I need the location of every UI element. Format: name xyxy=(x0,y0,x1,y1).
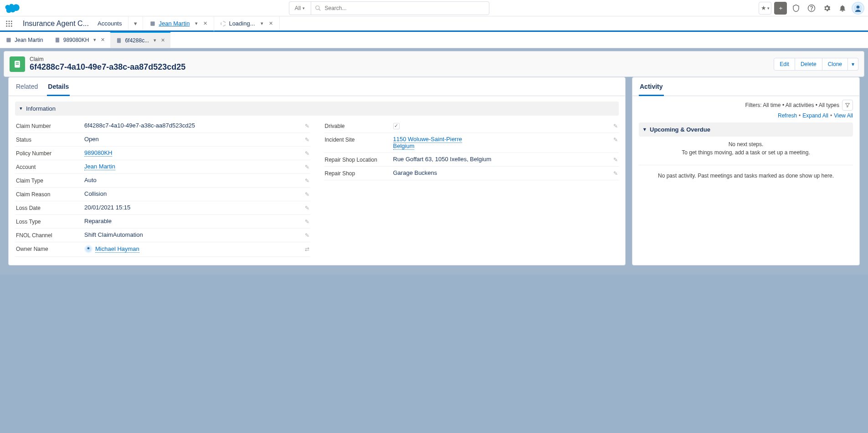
search-scope[interactable]: All ▾ xyxy=(289,2,311,15)
field-owner-name: Owner Name Michael Hayman ⇄ xyxy=(15,242,310,257)
upcoming-overdue-section: ▸ Upcoming & Overdue No next steps. To g… xyxy=(639,122,853,160)
edit-field-icon[interactable] xyxy=(305,164,309,170)
chevron-down-icon[interactable]: ▾ xyxy=(154,37,156,43)
subtab-claim[interactable]: 6f4288c... ▾ ✕ xyxy=(110,32,170,48)
account-link[interactable]: Jean Martin xyxy=(84,163,115,170)
owner-link[interactable]: Michael Hayman xyxy=(95,245,139,253)
svg-point-0 xyxy=(315,5,319,9)
svg-rect-21 xyxy=(16,64,19,65)
policy-number-link[interactable]: 989080KH xyxy=(84,149,112,157)
user-avatar-icon xyxy=(84,245,92,253)
edit-field-icon[interactable] xyxy=(613,170,618,177)
more-actions-button[interactable]: ▾ xyxy=(848,58,858,71)
close-icon[interactable]: ✕ xyxy=(269,20,273,26)
chevron-down-icon[interactable]: ▾ xyxy=(261,20,263,26)
filter-icon[interactable] xyxy=(842,100,853,111)
subtab-policy[interactable]: 989080KH ▾ ✕ xyxy=(49,32,111,48)
field-policy-number: Policy Number 989080KH xyxy=(15,147,310,160)
svg-rect-15 xyxy=(151,21,155,25)
svg-point-13 xyxy=(9,25,10,26)
view-all-link[interactable]: View All xyxy=(834,112,853,119)
edit-field-icon[interactable] xyxy=(305,232,309,239)
edit-field-icon[interactable] xyxy=(305,150,309,157)
svg-point-23 xyxy=(87,247,90,250)
nav-bar: Insurance Agent C... Accounts ▾ Jean Mar… xyxy=(0,16,868,32)
svg-point-3 xyxy=(812,10,812,10)
svg-point-9 xyxy=(6,23,7,24)
edit-button[interactable]: Edit xyxy=(774,58,795,71)
field-incident-site: Incident Site 1150 Woluwe-Saint-Pierre B… xyxy=(324,133,619,153)
edit-field-icon[interactable] xyxy=(305,191,309,198)
nav-tab-loading-label: Loading... xyxy=(229,20,255,27)
record-header: Claim 6f4288c7-4a10-49e7-a38c-aa87d523cd… xyxy=(4,51,864,77)
object-icon xyxy=(10,56,25,72)
edit-field-icon[interactable] xyxy=(613,137,618,143)
svg-point-5 xyxy=(857,5,860,9)
help-icon[interactable] xyxy=(805,2,818,15)
salesforce-logo-icon xyxy=(4,2,22,14)
change-owner-icon[interactable]: ⇄ xyxy=(305,246,309,252)
svg-point-8 xyxy=(11,20,12,22)
activity-tabs: Activity xyxy=(632,77,859,96)
detail-tabs: Related Details xyxy=(9,77,625,96)
upcoming-header[interactable]: ▸ Upcoming & Overdue xyxy=(639,122,853,137)
nav-tab-accounts-menu[interactable]: ▾ xyxy=(128,16,143,31)
guidance-center-icon[interactable] xyxy=(790,2,802,15)
edit-field-icon[interactable] xyxy=(305,219,309,225)
user-avatar[interactable] xyxy=(852,2,864,15)
chevron-down-icon[interactable]: ▾ xyxy=(93,37,96,43)
close-icon[interactable]: ✕ xyxy=(101,37,105,43)
nav-tab-loading[interactable]: Loading... ▾ ✕ xyxy=(214,16,279,31)
incident-site-line2-link[interactable]: Belgium xyxy=(393,143,415,150)
svg-rect-20 xyxy=(16,62,19,63)
edit-field-icon[interactable] xyxy=(613,123,618,129)
edit-field-icon[interactable] xyxy=(305,205,309,211)
record-area: Claim 6f4288c7-4a10-49e7-a38c-aa87d523cd… xyxy=(0,48,868,275)
section-information-header[interactable]: ▸ Information xyxy=(15,102,619,116)
notifications-bell-icon[interactable] xyxy=(836,2,849,15)
details-card: Related Details ▸ Information Claim Numb… xyxy=(8,77,626,265)
account-icon xyxy=(149,20,156,27)
incident-site-line1-link[interactable]: 1150 Woluwe-Saint-Pierre xyxy=(393,136,462,143)
svg-rect-17 xyxy=(56,37,59,42)
chevron-down-icon[interactable]: ▾ xyxy=(195,20,198,26)
activity-card: Activity Filters: All time • All activit… xyxy=(632,77,860,265)
object-label: Claim xyxy=(30,56,185,62)
section-information-title: Information xyxy=(26,105,56,112)
favorites-button[interactable]: ★▾ xyxy=(759,2,771,15)
nav-tab-accounts[interactable]: Accounts xyxy=(91,16,128,31)
chevron-down-icon: ▸ xyxy=(18,107,24,110)
subtab-jean-martin[interactable]: Jean Martin xyxy=(0,32,49,48)
tab-activity[interactable]: Activity xyxy=(639,77,664,96)
tab-details[interactable]: Details xyxy=(47,77,70,96)
setup-gear-icon[interactable] xyxy=(821,2,833,15)
nav-tab-accounts-label: Accounts xyxy=(98,20,122,27)
record-actions: Edit Delete Clone ▾ xyxy=(774,58,858,71)
record-title: 6f4288c7-4a10-49e7-a38c-aa87d523cd25 xyxy=(30,62,185,72)
activity-filter-text: Filters: All time • All activities • All… xyxy=(745,102,839,108)
search-icon xyxy=(315,5,321,11)
global-actions-button[interactable]: ＋ xyxy=(774,2,787,15)
tab-related[interactable]: Related xyxy=(15,77,39,96)
svg-line-1 xyxy=(318,9,320,10)
app-launcher-icon[interactable] xyxy=(0,16,18,31)
field-claim-type: Claim Type Auto xyxy=(15,174,310,188)
edit-field-icon[interactable] xyxy=(613,157,618,163)
close-icon[interactable]: ✕ xyxy=(161,37,165,43)
edit-field-icon[interactable] xyxy=(305,137,309,143)
nav-tab-jean-martin[interactable]: Jean Martin ▾ ✕ xyxy=(143,16,214,32)
chevron-down-icon: ▾ xyxy=(303,6,305,10)
edit-field-icon[interactable] xyxy=(305,178,309,184)
close-icon[interactable]: ✕ xyxy=(203,20,207,26)
refresh-link[interactable]: Refresh xyxy=(778,112,797,119)
svg-point-10 xyxy=(9,23,10,24)
delete-button[interactable]: Delete xyxy=(795,58,822,71)
clone-button[interactable]: Clone xyxy=(822,58,848,71)
no-next-steps-sub: To get things moving, add a task or set … xyxy=(645,149,847,156)
edit-field-icon[interactable] xyxy=(305,123,309,129)
expand-all-link[interactable]: Expand All xyxy=(802,112,828,119)
global-search-input[interactable] xyxy=(325,5,485,11)
subtab-claim-label: 6f4288c... xyxy=(125,37,149,44)
svg-rect-16 xyxy=(6,38,10,42)
search-scope-label: All xyxy=(295,5,301,11)
